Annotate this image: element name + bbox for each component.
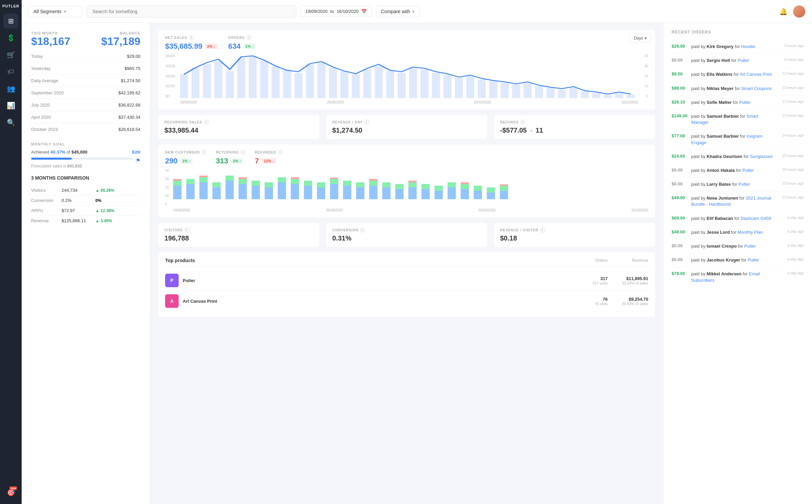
order-description: paid by Anton Hakala for Putler — [691, 167, 777, 174]
sidebar-item-sales[interactable]: 💲 — [3, 30, 18, 45]
comparison-row: Conversion 0.2% 0% — [31, 196, 140, 206]
svg-rect-47 — [199, 176, 208, 177]
svg-rect-52 — [239, 184, 247, 199]
svg-rect-34 — [569, 88, 578, 98]
product-link[interactable]: Hoodie — [741, 44, 755, 49]
sidebar-item-products[interactable]: 🏷 — [3, 64, 18, 79]
date-range-picker[interactable]: 19/09/2020 to 16/10/2020 📅 — [300, 6, 372, 17]
revenue-visitor-info-icon: i — [540, 228, 545, 232]
svg-rect-59 — [278, 182, 286, 199]
top-products-list: P Putler 317 317 units $11,895.91 33.33%… — [165, 270, 648, 312]
svg-rect-48 — [212, 187, 221, 199]
product-link[interactable]: Sunglasses — [750, 154, 772, 159]
segment-select[interactable]: All Segments ▾ — [28, 6, 83, 17]
comparison-row: ARPU $72.97 ▲ 12.38% — [31, 206, 140, 216]
sidebar-item-orders[interactable]: 🛒 — [3, 47, 18, 62]
sidebar-item-insights[interactable]: 🔍 — [3, 115, 18, 130]
svg-rect-68 — [330, 184, 338, 199]
returning-metric: RETURNING i 313 2% ↑ — [216, 150, 245, 165]
svg-rect-51 — [225, 176, 234, 181]
product-link[interactable]: Monthly Plan — [738, 230, 763, 235]
products-icon: 🏷 — [7, 68, 14, 76]
customers-chart-svg — [173, 169, 648, 206]
product-link[interactable]: Dashcam G459 — [741, 216, 771, 221]
refunds-value: -$577.05 — [500, 127, 527, 134]
refunded-value: 7 — [255, 157, 259, 165]
avatar[interactable] — [793, 5, 805, 18]
order-description: paid by Kirk Gregory for Hoodie — [691, 44, 779, 50]
svg-rect-35 — [581, 91, 589, 98]
revenue-col-header: Revenue — [608, 258, 648, 263]
svg-rect-64 — [304, 186, 312, 199]
goal-text: Achieved 40.37% of $45,000 — [31, 150, 87, 155]
svg-rect-94 — [474, 191, 482, 199]
svg-rect-93 — [460, 182, 469, 184]
product-link[interactable]: Putler — [739, 182, 750, 187]
stats-value: $29.00 — [127, 54, 140, 59]
edit-goal-button[interactable]: Edit — [132, 150, 140, 155]
product-link[interactable]: Art Canvas Print — [740, 72, 772, 77]
list-item: $79.00 paid by Mikkel Andersen for Email… — [672, 267, 804, 287]
list-item: $49.00 paid by Jesse Lord for Monthly Pl… — [672, 226, 804, 239]
svg-rect-55 — [252, 186, 260, 199]
top-products-section: Top products Orders Revenue P Putler 317… — [158, 252, 655, 317]
order-amount: $49.00 — [672, 195, 689, 200]
svg-rect-88 — [434, 186, 443, 191]
revenue-day-value: $1,274.50 — [332, 127, 481, 134]
search-input[interactable] — [87, 5, 296, 18]
svg-rect-5 — [237, 58, 245, 98]
sidebar-item-goals[interactable]: 🎯 new — [3, 485, 18, 500]
product-revenue: $11,895.91 33.33% of sales — [608, 276, 648, 285]
svg-rect-65 — [304, 181, 312, 186]
svg-rect-85 — [422, 189, 430, 199]
days-button[interactable]: Days ▾ — [630, 34, 651, 43]
new-customers-change: 1% ↑ — [180, 158, 193, 164]
order-time: 14 hours ago — [780, 133, 804, 137]
product-image: P — [165, 274, 179, 287]
refunds-label: REFUNDS — [500, 120, 519, 124]
svg-rect-28 — [501, 83, 509, 98]
order-description: paid by Niklas Meyer for Smart Coupons — [691, 86, 777, 92]
svg-rect-70 — [330, 178, 338, 179]
orders-label: ORDERS — [228, 36, 245, 40]
net-sales-chart-card: NET SALES i $35,685.99 2% ↓ — [158, 30, 655, 110]
stats-row: Yesterday$965.75 — [31, 63, 140, 75]
product-link[interactable]: Putler — [744, 244, 756, 249]
sidebar-item-customers[interactable]: 👥 — [3, 81, 18, 96]
list-item: $0.00 paid by Ismael Crespo for Putler a… — [672, 239, 804, 253]
net-sales-change: 2% ↓ — [205, 44, 217, 49]
sidebar-item-reports[interactable]: 📊 — [3, 98, 18, 113]
compare-with-button[interactable]: Compare with ▾ — [376, 6, 420, 17]
new-customers-label: NEW CUSTOMERS — [165, 151, 200, 154]
list-item: $24.65 paid by Khadra Geurtsen for Sungl… — [672, 150, 804, 164]
product-link[interactable]: Smart Coupons — [741, 86, 771, 91]
middle-panel: NET SALES i $35,685.99 2% ↓ — [150, 23, 663, 504]
svg-rect-41 — [173, 181, 182, 186]
svg-rect-66 — [317, 187, 325, 199]
svg-rect-27 — [489, 81, 497, 98]
product-link[interactable]: Putler — [742, 168, 754, 173]
svg-rect-98 — [500, 191, 508, 199]
stats-row: April 2020$37,430.34 — [31, 111, 140, 123]
stats-value: $965.75 — [125, 66, 140, 71]
order-time: 15 hours ago — [780, 154, 804, 158]
sidebar-item-dashboard[interactable]: ⊞ — [3, 14, 18, 28]
new-customers-info-icon: i — [202, 150, 206, 155]
product-link[interactable]: Putler — [738, 58, 749, 63]
svg-rect-62 — [291, 179, 299, 184]
refunded-label: REFUNDED — [255, 151, 276, 154]
returning-change: 2% ↑ — [231, 158, 243, 164]
svg-rect-80 — [395, 189, 404, 199]
svg-rect-81 — [395, 184, 404, 189]
recurring-value: $33,985.44 — [164, 127, 313, 134]
order-amount: $29.00 — [672, 44, 689, 49]
product-link[interactable]: Putler — [739, 100, 751, 105]
segment-label: All Segments — [33, 9, 61, 14]
svg-rect-91 — [460, 189, 469, 199]
order-description: paid by Neea Juntunen for 2021 Journal B… — [691, 195, 777, 207]
notification-icon[interactable]: 🔔 — [779, 7, 788, 16]
order-time: a day ago — [785, 243, 804, 247]
product-link[interactable]: Putler — [748, 257, 759, 262]
list-item: $0.00 paid by Sergio Holt for Putler 9 h… — [672, 54, 804, 68]
list-item: $29.00 paid by Kirk Gregory for Hoodie 3… — [672, 40, 804, 54]
